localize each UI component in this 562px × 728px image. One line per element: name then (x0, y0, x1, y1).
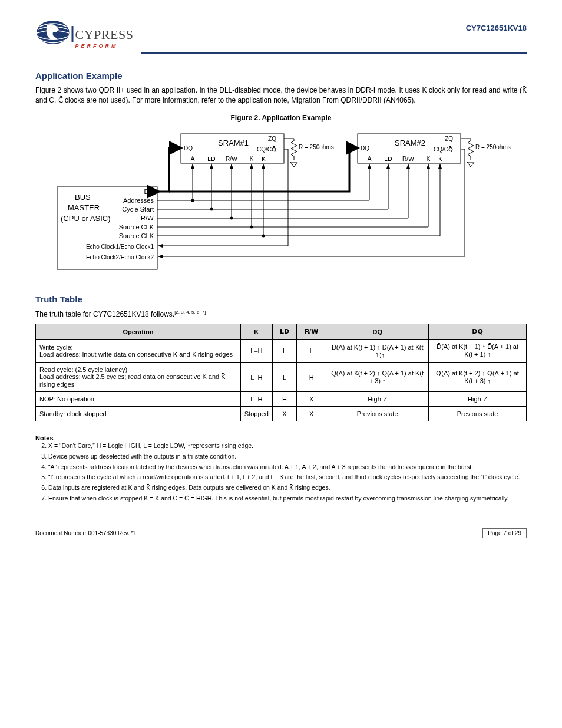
svg-text:(CPU or ASIC): (CPU or ASIC) (61, 214, 111, 223)
cypress-logo-icon: CYPRESS PERFORM (35, 18, 135, 56)
svg-text:DQ: DQ (184, 145, 193, 151)
svg-text:Source CLK: Source CLK (119, 223, 154, 230)
page-footer: Document Number: 001-57330 Rev. *E Page … (35, 526, 527, 536)
svg-text:L̄D̄: L̄D̄ (384, 156, 392, 162)
notes-heading: Notes (35, 434, 527, 442)
svg-text:R = 250ohms: R = 250ohms (299, 144, 334, 150)
svg-text:L̄D̄: L̄D̄ (207, 156, 216, 162)
svg-text:ZQ: ZQ (445, 136, 453, 142)
svg-text:SRAM#1: SRAM#1 (218, 139, 249, 147)
svg-text:R = 250ohms: R = 250ohms (475, 144, 511, 150)
application-body: Figure 2 shows two QDR II+ used in an ap… (35, 85, 527, 106)
page-header: CYPRESS PERFORM (35, 18, 527, 58)
th-dq: DQ (326, 324, 429, 340)
note-item: Data inputs are registered at K and K̄ r… (48, 483, 527, 492)
cell-operation: NOP: No operation (36, 392, 241, 407)
cell-dq: D(A) at K(t + 1) ↑ D(A + 1) at K̄(t + 1)… (326, 340, 429, 363)
note-ref: [2, 3, 4, 5, 6, 7] (174, 309, 206, 315)
truth-table-intro: The truth table for CY7C12651KV18 follow… (35, 309, 527, 319)
svg-text:A: A (191, 156, 195, 162)
table-row: Read cycle: (2.5 cycle latency)Load addr… (36, 363, 527, 392)
cell-rw: H (297, 363, 326, 392)
header-rule (141, 52, 527, 54)
section-title-truth-table: Truth Table (35, 294, 527, 304)
note-item: “A” represents address location latched … (48, 463, 527, 472)
svg-text:Echo Clock2/Echo Clock2: Echo Clock2/Echo Clock2 (86, 254, 154, 261)
svg-text:K̄: K̄ (438, 156, 442, 162)
cell-operation: Write cycle:Load address; input write da… (36, 340, 241, 363)
th-operation: Operation (36, 324, 241, 340)
doc-code: CY7C12651KV18 (466, 24, 527, 32)
cell-dq: Q(A) at K̄(t + 2) ↑ Q(A + 1) at K(t + 3)… (326, 363, 429, 392)
table-row: Standby: clock stoppedStoppedXXPrevious … (36, 407, 527, 421)
svg-text:R/W̄: R/W̄ (402, 156, 414, 162)
cell-dq: High-Z (326, 392, 429, 407)
svg-text:K: K (427, 156, 431, 162)
truth-table-header-row: Operation K L̄D̄ R/W̄ DQ D̄Q̄ (36, 324, 527, 340)
svg-text:K̄: K̄ (262, 156, 266, 162)
cell-rw: X (297, 407, 326, 421)
table-row: NOP: No operationL–HHXHigh-ZHigh-Z (36, 392, 527, 407)
section-title-application-example: Application Example (35, 71, 527, 81)
svg-text:K: K (250, 156, 254, 162)
svg-text:ZQ: ZQ (268, 136, 276, 142)
cell-rw: L (297, 340, 326, 363)
svg-text:MASTER: MASTER (68, 203, 100, 212)
th-ld: L̄D̄ (272, 324, 297, 340)
th-dqbar: D̄Q̄ (429, 324, 527, 340)
th-k: K (240, 324, 272, 340)
svg-text:DQ: DQ (361, 145, 369, 151)
cell-dqbar: D̄(A) at K(t + 1) ↑ D̄(A + 1) at K̄(t + … (429, 340, 527, 363)
brand-logo: CYPRESS PERFORM (35, 18, 141, 58)
svg-text:CQ/CQ̄: CQ/CQ̄ (257, 146, 276, 153)
th-rw: R/W̄ (297, 324, 326, 340)
cell-ld: H (272, 392, 297, 407)
svg-text:CYPRESS: CYPRESS (75, 27, 134, 42)
truth-table: Operation K L̄D̄ R/W̄ DQ D̄Q̄ Write cycl… (35, 324, 527, 421)
svg-text:SRAM#2: SRAM#2 (395, 139, 425, 147)
cell-k: L–H (240, 363, 272, 392)
svg-text:Cycle Start: Cycle Start (122, 206, 154, 213)
cell-ld: L (272, 363, 297, 392)
cell-operation: Read cycle: (2.5 cycle latency)Load addr… (36, 363, 241, 392)
cell-k: L–H (240, 392, 272, 407)
cell-dqbar: Previous state (429, 407, 527, 421)
note-item: Device powers up deselected with the out… (48, 452, 527, 461)
svg-text:BUS: BUS (75, 193, 91, 202)
svg-text:R/W̄: R/W̄ (226, 156, 237, 162)
footer-doc-number: Document Number: 001-57330 Rev. *E (35, 530, 137, 536)
cell-rw: X (297, 392, 326, 407)
note-item: “t” represents the cycle at which a read… (48, 473, 527, 482)
svg-text:A: A (368, 156, 372, 162)
svg-text:Addresses: Addresses (123, 197, 154, 204)
svg-text:DQ: DQ (144, 188, 154, 195)
application-diagram: BUS MASTER (CPU or ASIC) DQ Addresses Cy… (35, 128, 527, 281)
cell-dq: Previous state (326, 407, 429, 421)
svg-text:CQ/CQ̄: CQ/CQ̄ (434, 146, 453, 153)
figure-caption: Figure 2. Application Example (35, 114, 527, 122)
svg-rect-1 (72, 26, 74, 42)
note-item: X = “Don't Care,” H = Logic HIGH, L = Lo… (48, 442, 527, 450)
svg-text:Echo Clock1/Echo Clock1: Echo Clock1/Echo Clock1 (86, 243, 154, 250)
footer-page-number: Page 7 of 29 (482, 528, 527, 538)
svg-text:R/W̄: R/W̄ (141, 215, 154, 222)
cell-operation: Standby: clock stopped (36, 407, 241, 421)
note-item: Ensure that when clock is stopped K = K̄… (48, 494, 527, 503)
notes-list: X = “Don't Care,” H = Logic HIGH, L = Lo… (48, 442, 527, 502)
cell-ld: L (272, 340, 297, 363)
svg-text:PERFORM: PERFORM (75, 43, 118, 49)
cell-k: Stopped (240, 407, 272, 421)
cell-dqbar: Q̄(A) at K̄(t + 2) ↑ Q̄(A + 1) at K(t + … (429, 363, 527, 392)
cell-ld: X (272, 407, 297, 421)
cell-dqbar: High-Z (429, 392, 527, 407)
cell-k: L–H (240, 340, 272, 363)
svg-text:Source CLK: Source CLK (119, 232, 154, 239)
table-row: Write cycle:Load address; input write da… (36, 340, 527, 363)
